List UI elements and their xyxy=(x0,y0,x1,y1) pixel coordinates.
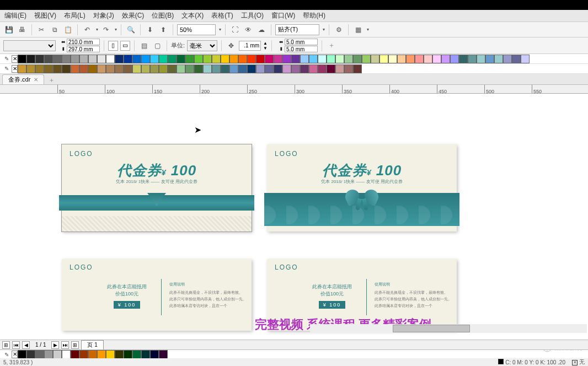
color-swatch[interactable] xyxy=(168,55,177,63)
redo-icon[interactable]: ↷ xyxy=(100,24,111,35)
close-icon[interactable]: ✕ xyxy=(34,77,38,83)
color-swatch[interactable] xyxy=(388,55,397,63)
color-swatch[interactable] xyxy=(97,350,106,359)
color-swatch[interactable] xyxy=(141,55,150,63)
color-swatch[interactable] xyxy=(150,350,159,359)
color-swatch[interactable] xyxy=(44,350,53,359)
unit-select[interactable]: 毫米 xyxy=(187,40,217,51)
voucher-front-b[interactable]: LOGO 代金券¥ 100 凭本 2018/ 1快来 —— 友可使 用此代金券 xyxy=(267,144,457,232)
preview-icon[interactable]: 👁 xyxy=(243,24,254,35)
color-swatch[interactable] xyxy=(159,64,168,73)
color-swatch[interactable] xyxy=(18,55,26,63)
color-swatch[interactable] xyxy=(459,55,468,63)
color-swatch[interactable] xyxy=(26,64,35,73)
color-swatch[interactable] xyxy=(18,64,26,73)
current-page-icon[interactable]: ▢ xyxy=(152,40,163,51)
page-size-preset[interactable] xyxy=(3,40,56,51)
color-swatch[interactable] xyxy=(132,64,141,73)
menu-view[interactable]: 视图(V) xyxy=(34,11,56,20)
color-swatch[interactable] xyxy=(265,64,274,73)
add-page-button[interactable]: ⊞ xyxy=(2,341,10,349)
spinner-down[interactable]: ▼ xyxy=(263,46,268,51)
eyedropper-icon[interactable]: ✎ xyxy=(2,53,10,64)
color-swatch[interactable] xyxy=(221,64,229,73)
fill-indicator[interactable]: C: 0 M: 0 Y: 0 K: 100 .20 xyxy=(498,359,565,365)
color-swatch[interactable] xyxy=(35,55,44,63)
color-swatch[interactable] xyxy=(71,350,79,359)
color-swatch[interactable] xyxy=(124,64,132,73)
color-swatch[interactable] xyxy=(168,64,177,73)
launch-icon[interactable]: ▦ xyxy=(352,24,364,35)
search-icon[interactable]: 🔍 xyxy=(125,24,136,35)
import-icon[interactable]: ⬇ xyxy=(145,24,156,35)
voucher-back-a[interactable]: LOGO 此券在本店能抵用 价值100元 ¥ 100 使用说明 此券不能兑换现金… xyxy=(62,259,252,331)
color-swatch[interactable] xyxy=(141,64,150,73)
horizontal-scrollbar[interactable] xyxy=(310,324,587,333)
page-height-input[interactable] xyxy=(67,46,100,52)
no-color-swatch[interactable]: ✕ xyxy=(12,65,18,73)
color-swatch[interactable] xyxy=(353,64,362,73)
color-swatch[interactable] xyxy=(238,55,247,63)
color-swatch[interactable] xyxy=(203,55,212,63)
color-swatch[interactable] xyxy=(344,64,353,73)
color-swatch[interactable] xyxy=(26,350,35,359)
color-swatch[interactable] xyxy=(344,55,353,63)
color-swatch[interactable] xyxy=(406,55,415,63)
drawing-canvas[interactable]: ➤ LOGO 代金券¥ 100 凭本 2018/ 1快来 —— 友可使 用此代金… xyxy=(0,95,588,340)
dup-x-input[interactable] xyxy=(285,39,318,45)
color-swatch[interactable] xyxy=(229,64,238,73)
color-swatch[interactable] xyxy=(141,350,150,359)
color-swatch[interactable] xyxy=(353,55,362,63)
color-swatch[interactable] xyxy=(44,64,53,73)
no-color-swatch[interactable]: ✕ xyxy=(12,55,18,63)
color-swatch[interactable] xyxy=(35,350,44,359)
color-swatch[interactable] xyxy=(79,64,88,73)
color-swatch[interactable] xyxy=(424,55,432,63)
color-swatch[interactable] xyxy=(485,55,494,63)
color-swatch[interactable] xyxy=(194,64,203,73)
publish-icon[interactable]: ☁ xyxy=(256,24,267,35)
color-swatch[interactable] xyxy=(115,64,124,73)
color-swatch[interactable] xyxy=(159,350,168,359)
color-swatch[interactable] xyxy=(88,350,97,359)
page-width-input[interactable] xyxy=(67,39,100,45)
next-page-button[interactable]: ▶ xyxy=(51,341,59,349)
color-swatch[interactable] xyxy=(88,64,97,73)
color-swatch[interactable] xyxy=(88,55,97,63)
menu-effects[interactable]: 效果(C) xyxy=(122,11,145,20)
color-swatch[interactable] xyxy=(177,64,185,73)
no-color-swatch[interactable]: ✕ xyxy=(12,351,18,358)
color-swatch[interactable] xyxy=(494,55,503,63)
menu-layout[interactable]: 布局(L) xyxy=(64,11,85,20)
eyedropper-icon[interactable]: ✎ xyxy=(2,63,10,74)
color-swatch[interactable] xyxy=(327,55,335,63)
color-swatch[interactable] xyxy=(185,64,194,73)
color-swatch[interactable] xyxy=(335,55,344,63)
color-swatch[interactable] xyxy=(35,64,44,73)
menu-object[interactable]: 对象(J) xyxy=(93,11,114,20)
menu-text[interactable]: 文本(X) xyxy=(181,11,204,20)
color-swatch[interactable] xyxy=(274,64,282,73)
color-swatch[interactable] xyxy=(106,350,115,359)
color-swatch[interactable] xyxy=(477,55,485,63)
color-swatch[interactable] xyxy=(450,55,459,63)
color-swatch[interactable] xyxy=(97,64,106,73)
color-swatch[interactable] xyxy=(309,55,318,63)
color-swatch[interactable] xyxy=(53,350,62,359)
color-swatch[interactable] xyxy=(185,55,194,63)
copy-icon[interactable]: ⧉ xyxy=(49,24,60,35)
color-swatch[interactable] xyxy=(371,55,379,63)
color-swatch[interactable] xyxy=(53,55,62,63)
color-swatch[interactable] xyxy=(18,350,26,359)
color-swatch[interactable] xyxy=(512,55,521,63)
color-swatch[interactable] xyxy=(106,64,115,73)
color-swatch[interactable] xyxy=(379,55,388,63)
color-swatch[interactable] xyxy=(362,55,371,63)
last-page-button[interactable]: ⏭ xyxy=(61,341,69,349)
scrollbar-thumb[interactable] xyxy=(393,325,470,332)
color-swatch[interactable] xyxy=(124,350,132,359)
portrait-button[interactable]: ▯ xyxy=(108,41,118,51)
color-swatch[interactable] xyxy=(71,64,79,73)
color-swatch[interactable] xyxy=(62,350,71,359)
color-swatch[interactable] xyxy=(274,55,282,63)
